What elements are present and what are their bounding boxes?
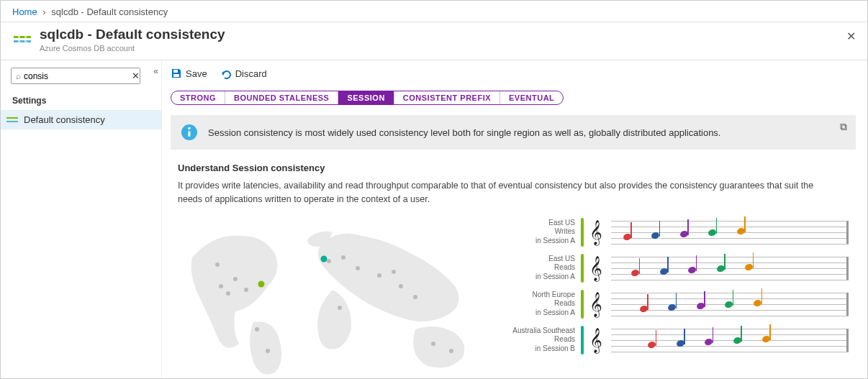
- svg-point-24: [431, 342, 435, 346]
- music-note: [640, 306, 648, 314]
- svg-rect-3: [24, 34, 27, 45]
- music-note: [745, 264, 754, 273]
- svg-point-11: [215, 262, 220, 267]
- search-icon: ⌕: [16, 71, 21, 81]
- main-content: Save Discard STRONG BOUNDED STALENESS SE…: [162, 60, 867, 379]
- info-text: Session consistency is most widely used …: [208, 127, 720, 138]
- info-icon: [181, 124, 198, 141]
- stave-label: East USReadsin Session A: [509, 255, 575, 282]
- collapse-sidebar-icon[interactable]: «: [153, 66, 158, 76]
- session-color-bar: [581, 218, 584, 247]
- stave: [611, 326, 849, 355]
- toolbar: Save Discard: [171, 68, 856, 86]
- close-icon[interactable]: ✕: [846, 29, 856, 43]
- sidebar-item-default-consistency[interactable]: Default consistency: [1, 110, 161, 129]
- content-body: It provides write latencies, availabilit…: [178, 179, 840, 206]
- visualization: East USWritesin Session A𝄞East USReadsin…: [178, 218, 849, 376]
- music-note: [648, 342, 656, 350]
- music-note: [725, 301, 733, 310]
- save-button[interactable]: Save: [171, 68, 207, 79]
- treble-clef-icon: 𝄞: [589, 329, 605, 351]
- svg-point-27: [392, 270, 396, 274]
- sidebar-search[interactable]: ⌕ ✕: [11, 68, 140, 84]
- stave: [611, 254, 849, 283]
- svg-rect-9: [189, 131, 191, 137]
- stave-row: North EuropeReadsin Session A𝄞: [509, 290, 849, 319]
- stave-row: East USReadsin Session A𝄞: [509, 254, 849, 283]
- svg-point-14: [226, 291, 230, 296]
- consistency-item-icon: [6, 116, 18, 124]
- music-note: [697, 303, 705, 311]
- music-note: [677, 340, 685, 349]
- svg-rect-7: [173, 74, 179, 77]
- pill-strong[interactable]: STRONG: [171, 91, 225, 104]
- world-map: [178, 218, 487, 376]
- svg-point-22: [413, 295, 417, 299]
- sidebar: « ⌕ ✕ Settings Default consistency: [1, 60, 162, 379]
- pill-eventual[interactable]: EVENTUAL: [500, 91, 563, 104]
- svg-point-19: [356, 266, 360, 270]
- search-input[interactable]: [24, 71, 132, 81]
- music-note: [708, 229, 717, 238]
- breadcrumb-separator: ›: [42, 6, 45, 17]
- map-marker-east-us: [258, 280, 265, 287]
- svg-point-15: [255, 327, 259, 332]
- svg-point-26: [219, 284, 223, 288]
- pill-consistent-prefix[interactable]: CONSISTENT PREFIX: [394, 91, 500, 104]
- session-color-bar: [581, 290, 584, 319]
- svg-point-13: [244, 288, 248, 292]
- breadcrumb-home[interactable]: Home: [12, 6, 37, 17]
- content-heading: Understand Session consistency: [178, 163, 849, 173]
- svg-rect-4: [6, 117, 18, 119]
- stave: [611, 218, 849, 247]
- music-note: [623, 234, 632, 242]
- music-note: [680, 231, 689, 239]
- sidebar-item-label: Default consistency: [24, 114, 105, 125]
- music-note: [733, 337, 742, 346]
- blade-header: sqlcdb - Default consistency Azure Cosmo…: [1, 22, 867, 60]
- save-icon: [171, 68, 182, 79]
- stave-row: Australia SoutheastReadsin Session B𝄞: [509, 326, 849, 355]
- music-note: [651, 232, 660, 241]
- stave-label: Australia SoutheastReadsin Session B: [509, 327, 575, 354]
- clear-search-icon[interactable]: ✕: [132, 70, 140, 81]
- svg-rect-1: [14, 40, 31, 42]
- music-note: [705, 339, 713, 347]
- music-note: [754, 300, 762, 309]
- music-note: [717, 265, 725, 274]
- consistency-staves: East USWritesin Session A𝄞East USReadsin…: [509, 218, 849, 355]
- svg-point-12: [233, 277, 238, 281]
- svg-point-21: [399, 284, 403, 288]
- consistency-icon: [12, 29, 32, 50]
- svg-point-20: [377, 273, 381, 278]
- svg-point-18: [341, 255, 345, 260]
- music-note: [737, 228, 746, 237]
- svg-point-23: [338, 306, 342, 310]
- music-note: [668, 304, 677, 313]
- breadcrumb-current: sqlcdb - Default consistency: [51, 6, 168, 17]
- undo-icon: [220, 68, 232, 79]
- stave: [611, 290, 849, 319]
- music-note: [762, 336, 771, 344]
- svg-point-25: [449, 349, 453, 353]
- external-link-icon[interactable]: ⧉: [840, 121, 847, 133]
- music-note: [631, 270, 640, 278]
- stave-label: East USWritesin Session A: [509, 219, 575, 246]
- pill-session[interactable]: SESSION: [338, 91, 394, 104]
- svg-rect-6: [173, 70, 178, 73]
- treble-clef-icon: 𝄞: [589, 293, 605, 315]
- consistency-level-selector: STRONG BOUNDED STALENESS SESSION CONSIST…: [171, 91, 564, 105]
- sidebar-section-settings: Settings: [12, 96, 161, 106]
- pill-bounded-staleness[interactable]: BOUNDED STALENESS: [225, 91, 338, 104]
- info-banner: Session consistency is most widely used …: [171, 115, 856, 150]
- svg-rect-5: [6, 121, 18, 122]
- blade-subtitle: Azure Cosmos DB account: [40, 44, 225, 52]
- svg-rect-0: [14, 36, 31, 38]
- svg-point-17: [327, 259, 331, 263]
- svg-point-10: [188, 127, 191, 130]
- music-note: [688, 267, 697, 275]
- treble-clef-icon: 𝄞: [589, 222, 605, 243]
- discard-button[interactable]: Discard: [220, 68, 267, 79]
- svg-point-16: [266, 349, 270, 353]
- breadcrumb: Home › sqlcdb - Default consistency: [1, 1, 867, 22]
